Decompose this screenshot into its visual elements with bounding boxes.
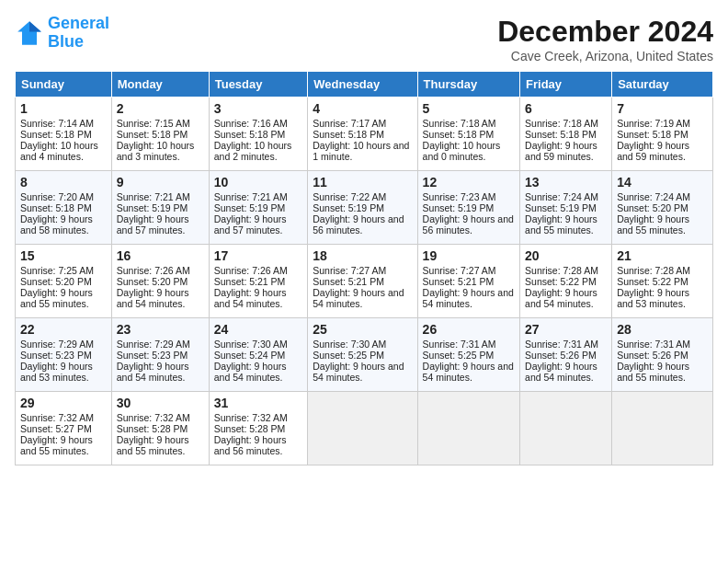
day-number: 15 [20, 248, 107, 263]
calendar-cell: 7Sunrise: 7:19 AMSunset: 5:18 PMDaylight… [612, 98, 713, 171]
sunset-text: Sunset: 5:18 PM [214, 129, 286, 140]
day-number: 6 [525, 101, 607, 116]
calendar-cell: 23Sunrise: 7:29 AMSunset: 5:23 PMDayligh… [111, 318, 209, 392]
header-sunday: Sunday [16, 72, 112, 98]
daylight-text: Daylight: 9 hours and 55 minutes. [525, 213, 597, 236]
calendar-cell: 12Sunrise: 7:23 AMSunset: 5:19 PMDayligh… [417, 171, 519, 245]
calendar-cell [417, 392, 519, 465]
sunset-text: Sunset: 5:19 PM [313, 202, 384, 213]
sunrise-text: Sunrise: 7:24 AM [525, 191, 598, 202]
calendar-cell: 28Sunrise: 7:31 AMSunset: 5:26 PMDayligh… [612, 318, 713, 392]
calendar-cell [612, 392, 713, 465]
calendar-cell: 15Sunrise: 7:25 AMSunset: 5:20 PMDayligh… [16, 245, 112, 318]
sunrise-text: Sunrise: 7:28 AM [525, 265, 598, 276]
daylight-text: Daylight: 10 hours and 0 minutes. [423, 140, 501, 162]
calendar-cell: 5Sunrise: 7:18 AMSunset: 5:18 PMDaylight… [417, 98, 519, 171]
sunrise-text: Sunrise: 7:29 AM [20, 339, 94, 350]
daylight-text: Daylight: 9 hours and 54 minutes. [525, 287, 597, 309]
daylight-text: Daylight: 9 hours and 54 minutes. [117, 361, 189, 383]
sunset-text: Sunset: 5:19 PM [117, 202, 188, 213]
calendar-cell: 2Sunrise: 7:15 AMSunset: 5:18 PMDaylight… [111, 98, 209, 171]
daylight-text: Daylight: 9 hours and 55 minutes. [617, 361, 689, 383]
calendar-cell: 30Sunrise: 7:32 AMSunset: 5:28 PMDayligh… [111, 392, 209, 465]
calendar-header-row: SundayMondayTuesdayWednesdayThursdayFrid… [16, 72, 713, 98]
day-number: 5 [423, 101, 515, 116]
calendar-table: SundayMondayTuesdayWednesdayThursdayFrid… [15, 71, 713, 465]
day-number: 14 [617, 175, 708, 190]
day-number: 9 [117, 175, 204, 190]
daylight-text: Daylight: 9 hours and 56 minutes. [313, 213, 404, 236]
calendar-cell: 19Sunrise: 7:27 AMSunset: 5:21 PMDayligh… [417, 245, 519, 318]
daylight-text: Daylight: 9 hours and 55 minutes. [20, 287, 93, 309]
calendar-week-row: 22Sunrise: 7:29 AMSunset: 5:23 PMDayligh… [16, 318, 713, 392]
day-number: 19 [423, 248, 515, 263]
sunset-text: Sunset: 5:22 PM [525, 276, 597, 287]
calendar-cell: 31Sunrise: 7:32 AMSunset: 5:28 PMDayligh… [209, 392, 308, 465]
sunset-text: Sunset: 5:18 PM [525, 129, 597, 140]
calendar-cell: 14Sunrise: 7:24 AMSunset: 5:20 PMDayligh… [612, 171, 713, 245]
sunset-text: Sunset: 5:21 PM [423, 276, 495, 287]
daylight-text: Daylight: 10 hours and 1 minute. [313, 140, 409, 162]
day-number: 2 [117, 101, 204, 116]
sunset-text: Sunset: 5:19 PM [423, 202, 495, 213]
sunrise-text: Sunrise: 7:16 AM [214, 118, 288, 129]
daylight-text: Daylight: 9 hours and 55 minutes. [117, 434, 189, 456]
sunrise-text: Sunrise: 7:20 AM [20, 191, 94, 202]
day-number: 11 [313, 175, 412, 190]
day-number: 23 [117, 322, 204, 337]
day-number: 8 [20, 175, 107, 190]
calendar-cell: 16Sunrise: 7:26 AMSunset: 5:20 PMDayligh… [111, 245, 209, 318]
logo: General Blue [15, 15, 109, 52]
sunrise-text: Sunrise: 7:25 AM [20, 265, 94, 276]
sunrise-text: Sunrise: 7:17 AM [313, 118, 386, 129]
sunrise-text: Sunrise: 7:30 AM [313, 339, 386, 350]
sunrise-text: Sunrise: 7:21 AM [214, 191, 288, 202]
sunrise-text: Sunrise: 7:32 AM [20, 412, 94, 423]
sunset-text: Sunset: 5:21 PM [313, 276, 384, 287]
logo-line2: Blue [48, 32, 84, 51]
sunrise-text: Sunrise: 7:22 AM [313, 191, 386, 202]
day-number: 12 [423, 175, 515, 190]
page-header: General Blue December 2024 Cave Creek, A… [15, 15, 713, 63]
calendar-cell: 10Sunrise: 7:21 AMSunset: 5:19 PMDayligh… [209, 171, 308, 245]
sunset-text: Sunset: 5:23 PM [117, 350, 188, 361]
sunset-text: Sunset: 5:28 PM [214, 423, 286, 434]
daylight-text: Daylight: 10 hours and 4 minutes. [20, 140, 98, 162]
calendar-cell: 11Sunrise: 7:22 AMSunset: 5:19 PMDayligh… [308, 171, 417, 245]
daylight-text: Daylight: 9 hours and 54 minutes. [423, 287, 514, 309]
day-number: 25 [313, 322, 412, 337]
header-wednesday: Wednesday [308, 72, 417, 98]
sunrise-text: Sunrise: 7:32 AM [117, 412, 190, 423]
daylight-text: Daylight: 9 hours and 59 minutes. [617, 140, 689, 162]
sunset-text: Sunset: 5:25 PM [313, 350, 384, 361]
calendar-cell: 27Sunrise: 7:31 AMSunset: 5:26 PMDayligh… [520, 318, 612, 392]
day-number: 30 [117, 396, 204, 410]
sunset-text: Sunset: 5:18 PM [117, 129, 188, 140]
daylight-text: Daylight: 9 hours and 54 minutes. [214, 361, 287, 383]
day-number: 1 [20, 101, 107, 116]
header-tuesday: Tuesday [209, 72, 308, 98]
sunrise-text: Sunrise: 7:31 AM [617, 339, 690, 350]
svg-marker-1 [29, 21, 41, 31]
calendar-cell: 18Sunrise: 7:27 AMSunset: 5:21 PMDayligh… [308, 245, 417, 318]
calendar-cell: 8Sunrise: 7:20 AMSunset: 5:18 PMDaylight… [16, 171, 112, 245]
calendar-cell: 13Sunrise: 7:24 AMSunset: 5:19 PMDayligh… [520, 171, 612, 245]
sunrise-text: Sunrise: 7:31 AM [525, 339, 598, 350]
daylight-text: Daylight: 9 hours and 54 minutes. [313, 287, 404, 309]
calendar-cell: 26Sunrise: 7:31 AMSunset: 5:25 PMDayligh… [417, 318, 519, 392]
day-number: 29 [20, 396, 107, 410]
daylight-text: Daylight: 9 hours and 54 minutes. [214, 287, 287, 309]
sunset-text: Sunset: 5:28 PM [117, 423, 188, 434]
logo-icon [15, 18, 44, 48]
day-number: 4 [313, 101, 412, 116]
calendar-cell: 24Sunrise: 7:30 AMSunset: 5:24 PMDayligh… [209, 318, 308, 392]
daylight-text: Daylight: 9 hours and 55 minutes. [617, 213, 689, 236]
day-number: 28 [617, 322, 708, 337]
day-number: 27 [525, 322, 607, 337]
sunset-text: Sunset: 5:21 PM [214, 276, 286, 287]
day-number: 3 [214, 101, 303, 116]
daylight-text: Daylight: 9 hours and 54 minutes. [525, 361, 597, 383]
calendar-week-row: 29Sunrise: 7:32 AMSunset: 5:27 PMDayligh… [16, 392, 713, 465]
title-block: December 2024 Cave Creek, Arizona, Unite… [497, 15, 713, 63]
daylight-text: Daylight: 9 hours and 55 minutes. [20, 434, 93, 456]
